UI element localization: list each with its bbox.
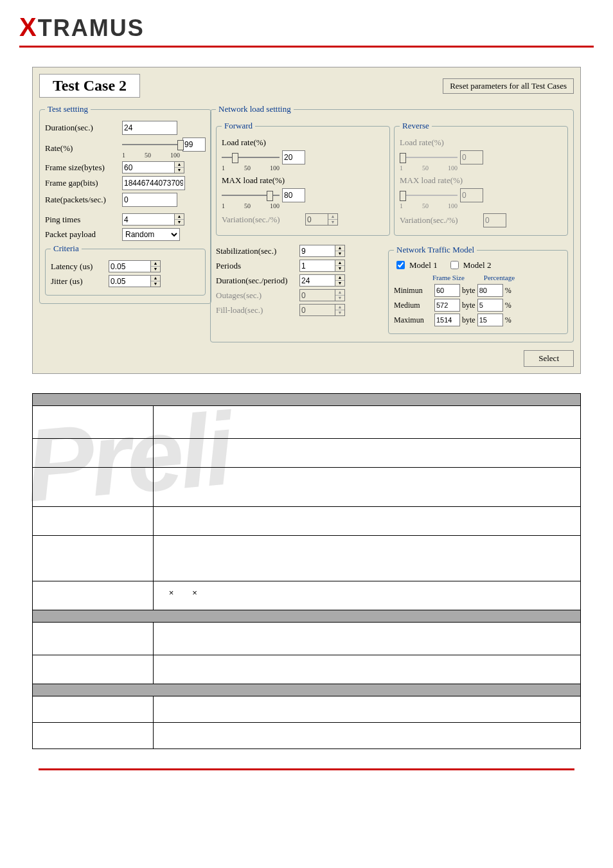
med-label: Medium <box>394 301 432 310</box>
rev-max-input <box>460 188 483 202</box>
ping-spinner[interactable]: ▲▼ <box>122 213 184 226</box>
stab-label: Stabilization(sec.) <box>216 246 299 256</box>
panel-title: Test Case 2 <box>39 74 140 98</box>
fwd-load-slider[interactable] <box>222 154 280 161</box>
fwd-max-input[interactable] <box>282 188 305 202</box>
traffic-model-group: Network Traffic Model Model 1 Model 2 Fr… <box>388 245 568 334</box>
med-pct-input[interactable] <box>477 299 503 312</box>
med-byte-input[interactable] <box>434 299 460 312</box>
duration-input[interactable] <box>122 121 177 135</box>
fwd-var-label: Variation(sec./%) <box>222 215 305 225</box>
rev-max-slider <box>400 192 458 199</box>
rate-slider[interactable] <box>122 141 180 148</box>
reverse-group: Reverse Load rate(%) 150100 <box>394 121 568 236</box>
doc-table: × × <box>32 393 581 749</box>
brand-logo: XTRAMUS <box>19 13 594 48</box>
outages-label: Outages(sec.) <box>216 290 299 301</box>
rev-var-input <box>483 213 506 227</box>
latency-spinner[interactable]: ▲▼ <box>109 260 161 272</box>
traffic-legend: Network Traffic Model <box>394 245 477 255</box>
criteria-legend: Criteria <box>51 244 82 254</box>
fwd-max-label: MAX load rate(%) <box>222 175 285 186</box>
network-load-group: Network load settting Forward Load rate(… <box>210 104 574 342</box>
jitter-label: Jitter (us) <box>51 276 109 287</box>
payload-select[interactable]: Random <box>122 228 180 241</box>
rev-max-label: MAX load rate(%) <box>400 175 463 186</box>
frame-size-spinner[interactable]: ▲▼ <box>122 161 184 173</box>
fwd-var-spinner: ▲▼ <box>305 213 338 226</box>
stab-spinner[interactable]: ▲▼ <box>299 245 345 257</box>
rate-pkts-label: Rate(packets/sec.) <box>45 195 122 205</box>
max-byte-input[interactable] <box>434 314 460 326</box>
model2-checkbox[interactable]: Model 2 <box>448 259 492 271</box>
frame-size-legend: Frame Size <box>432 274 465 281</box>
reverse-legend: Reverse <box>400 121 432 131</box>
forward-group: Forward Load rate(%) 150100 <box>216 121 390 236</box>
fwd-max-slider[interactable] <box>222 192 280 199</box>
outages-spinner: ▲▼ <box>299 289 345 301</box>
footer-rule <box>39 768 574 770</box>
dur-per-label: Duration(sec./period) <box>216 276 299 286</box>
rev-load-label: Load rate(%) <box>400 137 444 148</box>
fill-label: Fill-load(sec.) <box>216 305 299 315</box>
rate-pkts-input[interactable] <box>122 193 177 207</box>
model1-checkbox[interactable]: Model 1 <box>394 259 438 271</box>
rev-var-label: Variation(sec./%) <box>400 215 483 226</box>
fwd-load-input[interactable] <box>282 150 305 164</box>
fill-spinner: ▲▼ <box>299 304 345 316</box>
rev-load-slider <box>400 154 458 161</box>
frame-size-label: Frame size(bytes) <box>45 163 122 173</box>
frame-gap-input[interactable] <box>122 176 185 190</box>
jitter-spinner[interactable]: ▲▼ <box>109 275 161 287</box>
rev-load-input <box>460 150 483 164</box>
criteria-group: Criteria Latency (us) ▲▼ Jitter (us) <box>45 244 206 296</box>
duration-label: Duration(sec.) <box>45 123 122 133</box>
frame-gap-label: Frame gap(bits) <box>45 178 122 188</box>
forward-legend: Forward <box>222 121 255 131</box>
payload-label: Packet payload <box>45 229 122 240</box>
min-byte-input[interactable] <box>434 284 460 297</box>
max-pct-input[interactable] <box>477 314 503 326</box>
ping-label: Ping times <box>45 215 122 225</box>
test-setting-legend: Test settting <box>45 104 91 114</box>
max-label: Maximun <box>394 315 432 325</box>
network-load-legend: Network load settting <box>216 104 294 114</box>
select-button[interactable]: Select <box>524 350 574 367</box>
min-pct-input[interactable] <box>477 284 503 297</box>
latency-label: Latency (us) <box>51 261 109 272</box>
periods-spinner[interactable]: ▲▼ <box>299 260 345 272</box>
test-case-panel: Test Case 2 Reset parameters for all Tes… <box>32 67 581 374</box>
periods-label: Periods <box>216 261 299 271</box>
rate-input[interactable] <box>182 137 206 152</box>
test-setting-group: Test settting Duration(sec.) Rate(%) <box>39 104 211 304</box>
reset-parameters-button[interactable]: Reset parameters for all Test Cases <box>443 78 574 94</box>
min-label: Minimun <box>394 286 432 296</box>
rate-label: Rate(%) <box>45 143 122 154</box>
percentage-legend: Percentage <box>484 274 515 281</box>
fwd-load-label: Load rate(%) <box>222 137 266 148</box>
dur-per-spinner[interactable]: ▲▼ <box>299 274 345 287</box>
